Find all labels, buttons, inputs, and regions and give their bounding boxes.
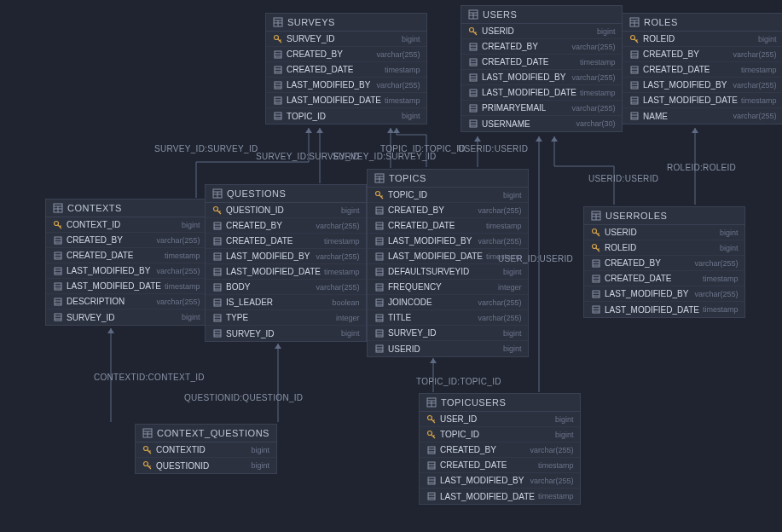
column-row[interactable]: ROLEIDbigint xyxy=(623,32,782,47)
column-row[interactable]: USER_IDbigint xyxy=(420,412,580,427)
column-row[interactable]: SURVEY_IDbigint xyxy=(266,32,426,47)
column-row[interactable]: CREATED_BYvarchar(255) xyxy=(420,442,580,458)
column-row[interactable]: LAST_MODIFIED_BYvarchar(255) xyxy=(461,70,622,85)
column-row[interactable]: JOINCODEvarchar(255) xyxy=(368,295,528,310)
column-row[interactable]: CREATED_DATEtimestamp xyxy=(584,271,744,286)
column-row[interactable]: TYPEinteger xyxy=(206,310,366,326)
svg-rect-88 xyxy=(631,82,638,89)
table-questions[interactable]: QUESTIONSQUESTION_IDbigintCREATED_BYvarc… xyxy=(205,184,367,342)
key-icon xyxy=(629,34,640,44)
column-row[interactable]: CREATED_DATEtimestamp xyxy=(368,218,528,234)
column-row[interactable]: TOPIC_IDbigint xyxy=(420,427,580,442)
column-row[interactable]: SURVEY_IDbigint xyxy=(368,326,528,341)
column-row[interactable]: CREATED_BYvarchar(255) xyxy=(266,47,426,62)
svg-marker-25 xyxy=(430,358,437,363)
column-name: LAST_MODIFIED_BY xyxy=(482,72,568,82)
svg-rect-104 xyxy=(55,237,61,244)
column-name: NAME xyxy=(643,112,729,121)
table-header[interactable]: ROLES xyxy=(623,14,782,32)
svg-line-128 xyxy=(219,211,221,212)
svg-rect-113 xyxy=(55,283,61,290)
column-row[interactable]: TOPIC_IDbigint xyxy=(266,108,426,124)
table-icon xyxy=(273,17,283,27)
column-row[interactable]: CREATED_BYvarchar(255) xyxy=(368,203,528,218)
column-row[interactable]: USERNAMEvarchar(30) xyxy=(461,116,622,131)
table-header[interactable]: CONTEXTS xyxy=(46,200,206,217)
column-row[interactable]: CREATED_DATEtimestamp xyxy=(461,55,622,70)
svg-rect-141 xyxy=(214,284,221,291)
column-icon xyxy=(273,111,283,121)
table-userroles[interactable]: USERROLESUSERIDbigintROLEIDbigintCREATED… xyxy=(583,206,745,318)
column-row[interactable]: CREATED_BYvarchar(255) xyxy=(46,233,206,248)
svg-rect-172 xyxy=(376,269,383,275)
column-type: timestamp xyxy=(324,268,360,276)
column-row[interactable]: CREATED_DATEtimestamp xyxy=(206,234,366,249)
column-row[interactable]: NAMEvarchar(255) xyxy=(623,108,782,124)
column-row[interactable]: LAST_MODIFIED_DATEtimestamp xyxy=(584,302,744,317)
column-row[interactable]: LAST_MODIFIED_DATEtimestamp xyxy=(623,93,782,108)
column-row[interactable]: LAST_MODIFIED_DATEtimestamp xyxy=(46,279,206,294)
table-header[interactable]: USERS xyxy=(461,6,622,24)
column-row[interactable]: CREATED_DATEtimestamp xyxy=(266,62,426,78)
column-row[interactable]: CREATED_BYvarchar(255) xyxy=(206,218,366,234)
column-row[interactable]: CREATED_DATEtimestamp xyxy=(420,458,580,473)
column-row[interactable]: DEFAULTSURVEYIDbigint xyxy=(368,264,528,280)
table-users[interactable]: USERSUSERIDbigintCREATED_BYvarchar(255)C… xyxy=(461,5,623,132)
column-row[interactable]: QUESTIONIDbigint xyxy=(136,458,276,473)
column-row[interactable]: QUESTION_IDbigint xyxy=(206,203,366,218)
column-row[interactable]: CONTEXT_IDbigint xyxy=(46,217,206,233)
column-icon xyxy=(629,65,640,75)
table-contexts[interactable]: CONTEXTSCONTEXT_IDbigintCREATED_BYvarcha… xyxy=(45,199,207,326)
column-row[interactable]: CREATED_DATEtimestamp xyxy=(623,62,782,78)
column-row[interactable]: TITLEvarchar(255) xyxy=(368,310,528,326)
column-type: boolean xyxy=(332,298,359,307)
column-row[interactable]: LAST_MODIFIED_BYvarchar(255) xyxy=(266,78,426,93)
table-header[interactable]: USERROLES xyxy=(584,207,744,225)
table-header[interactable]: QUESTIONS xyxy=(206,185,366,203)
column-row[interactable]: LAST_MODIFIED_DATEtimestamp xyxy=(461,85,622,101)
column-row[interactable]: PRIMARYEMAILvarchar(255) xyxy=(461,101,622,116)
svg-line-159 xyxy=(381,195,383,197)
table-title: QUESTIONS xyxy=(227,188,286,199)
table-roles[interactable]: ROLESROLEIDbigintCREATED_BYvarchar(255)C… xyxy=(622,13,782,124)
table-header[interactable]: TOPICS xyxy=(368,170,528,188)
column-row[interactable]: USERIDbigint xyxy=(461,24,622,39)
column-row[interactable]: DESCRIPTIONvarchar(255) xyxy=(46,294,206,309)
table-context_questions[interactable]: CONTEXT_QUESTIONSCONTEXTIDbigintQUESTION… xyxy=(135,424,277,474)
column-row[interactable]: LAST_MODIFIED_DATEtimestamp xyxy=(420,489,580,504)
column-icon xyxy=(426,445,437,455)
table-header[interactable]: TOPICUSERS xyxy=(420,394,580,412)
column-row[interactable]: TOPIC_IDbigint xyxy=(368,188,528,203)
column-row[interactable]: CREATED_BYvarchar(255) xyxy=(584,256,744,271)
column-row[interactable]: LAST_MODIFIED_BYvarchar(255) xyxy=(206,249,366,264)
column-row[interactable]: USERIDbigint xyxy=(368,341,528,356)
column-row[interactable]: ROLEIDbigint xyxy=(584,240,744,256)
column-row[interactable]: IS_LEADERboolean xyxy=(206,295,366,310)
column-row[interactable]: BODYvarchar(255) xyxy=(206,280,366,295)
table-header[interactable]: CONTEXT_QUESTIONS xyxy=(136,425,276,442)
column-row[interactable]: USERIDbigint xyxy=(584,225,744,240)
column-row[interactable]: LAST_MODIFIED_BYvarchar(255) xyxy=(420,473,580,489)
table-topicusers[interactable]: TOPICUSERSUSER_IDbigintTOPIC_IDbigintCRE… xyxy=(419,393,581,505)
column-row[interactable]: LAST_MODIFIED_DATEtimestamp xyxy=(206,264,366,280)
column-type: timestamp xyxy=(165,282,200,291)
table-header[interactable]: SURVEYS xyxy=(266,14,426,32)
column-row[interactable]: CREATED_BYvarchar(255) xyxy=(461,39,622,55)
column-row[interactable]: CREATED_DATEtimestamp xyxy=(46,248,206,263)
column-row[interactable]: LAST_MODIFIED_BYvarchar(255) xyxy=(584,286,744,302)
column-row[interactable]: SURVEY_IDbigint xyxy=(46,309,206,325)
column-row[interactable]: LAST_MODIFIED_BYvarchar(255) xyxy=(46,263,206,279)
column-row[interactable]: LAST_MODIFIED_BYvarchar(255) xyxy=(623,78,782,93)
svg-marker-22 xyxy=(393,128,400,133)
column-row[interactable]: LAST_MODIFIED_DATEtimestamp xyxy=(266,93,426,108)
column-row[interactable]: CREATED_BYvarchar(255) xyxy=(623,47,782,62)
column-row[interactable]: LAST_MODIFIED_BYvarchar(255) xyxy=(368,234,528,249)
svg-rect-232 xyxy=(428,447,435,454)
table-surveys[interactable]: SURVEYSSURVEY_IDbigintCREATED_BYvarchar(… xyxy=(265,13,427,124)
column-type: varchar(255) xyxy=(156,298,200,306)
column-row[interactable]: CONTEXTIDbigint xyxy=(136,442,276,458)
column-name: LAST_MODIFIED_DATE xyxy=(226,267,321,276)
column-type: bigint xyxy=(182,313,200,321)
column-row[interactable]: FREQUENCYinteger xyxy=(368,280,528,295)
column-row[interactable]: SURVEY_IDbigint xyxy=(206,326,366,341)
